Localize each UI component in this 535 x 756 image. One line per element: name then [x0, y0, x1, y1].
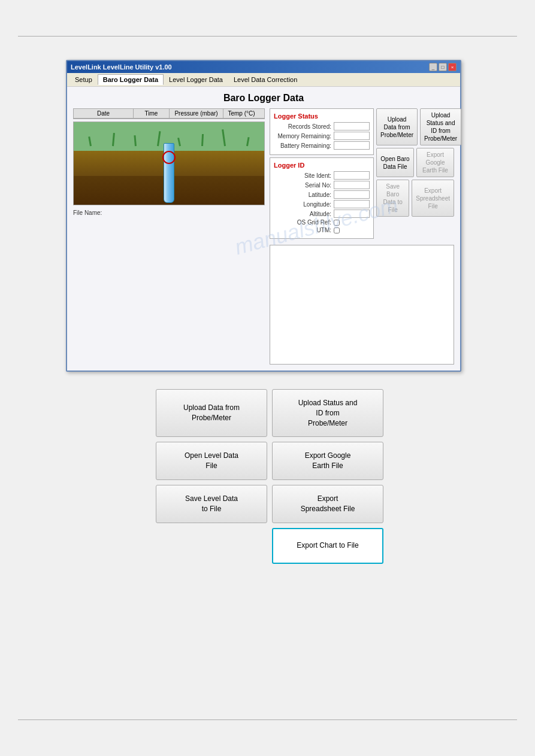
large-upload-data-button[interactable]: Upload Data fromProbe/Meter — [156, 389, 267, 437]
data-table: Date Time Pressure (mbar) Temp (°C) — [73, 108, 265, 119]
latitude-label: Latitude: — [274, 192, 334, 198]
battery-value — [334, 141, 370, 150]
id-row-serial: Serial No: — [274, 181, 370, 189]
memory-value — [334, 132, 370, 140]
status-row-battery: Battery Remaining: — [274, 141, 370, 150]
action-buttons: Upload Data from Probe/Meter Upload Stat… — [376, 108, 454, 239]
large-export-chart-button[interactable]: Export Chart to File — [272, 528, 383, 564]
large-buttons-section: Upload Data fromProbe/Meter Upload Statu… — [156, 389, 383, 564]
status-row-memory: Memory Remaining: — [274, 132, 370, 140]
bottom-rule — [18, 719, 517, 720]
title-bar-buttons: _ □ × — [429, 63, 457, 71]
col-header-temp: Temp (°C) — [223, 109, 259, 118]
large-btn-grid-row1: Upload Data fromProbe/Meter Upload Statu… — [156, 389, 383, 437]
serial-value — [334, 181, 370, 189]
checkbox-osgrid: OS Grid Ref: — [274, 219, 370, 226]
large-save-level-button[interactable]: Save Level Datato File — [156, 485, 267, 523]
utm-label: UTM: — [274, 227, 334, 233]
id-row-latitude: Latitude: — [274, 190, 370, 199]
menu-level-correction[interactable]: Level Data Correction — [228, 74, 303, 85]
title-bar: LevelLink LevelLine Utility v1.00 _ □ × — [67, 61, 460, 73]
menu-setup[interactable]: Setup — [69, 74, 98, 85]
minimize-button[interactable]: _ — [429, 63, 437, 71]
large-btn-grid-row2: Open Level DataFile Export GoogleEarth F… — [156, 442, 383, 480]
id-row-longitude: Longitude: — [274, 200, 370, 208]
open-baro-button[interactable]: Open Baro Data File — [376, 148, 414, 177]
file-name-label: File Name: — [73, 210, 102, 216]
btn-row-1: Upload Data from Probe/Meter Upload Stat… — [376, 108, 454, 145]
longitude-label: Longitude: — [274, 201, 334, 208]
col-header-time: Time — [134, 109, 170, 118]
export-google-button[interactable]: Export Google Earth File — [416, 148, 454, 177]
checkbox-utm: UTM: — [274, 227, 370, 233]
window-title: LevelLink LevelLine Utility v1.00 — [71, 63, 172, 71]
table-header: Date Time Pressure (mbar) Temp (°C) — [74, 109, 264, 119]
col-header-pressure: Pressure (mbar) — [170, 109, 223, 118]
memory-label: Memory Remaining: — [274, 133, 334, 139]
right-panel: Logger Status Records Stored: Memory Rem… — [270, 108, 454, 365]
col-header-date: Date — [74, 109, 134, 118]
large-open-level-button[interactable]: Open Level DataFile — [156, 442, 267, 480]
longitude-value — [334, 200, 370, 208]
osgrid-checkbox[interactable] — [334, 220, 340, 226]
logger-id-panel: Logger ID Site Ident: Serial No: Latitud… — [270, 157, 374, 239]
data-display-area — [270, 245, 454, 365]
large-btn-row4: Export Chart to File — [156, 528, 383, 564]
records-value — [334, 122, 370, 130]
status-row-records: Records Stored: — [274, 122, 370, 130]
upload-data-button[interactable]: Upload Data from Probe/Meter — [376, 108, 418, 145]
osgrid-label: OS Grid Ref: — [274, 219, 334, 226]
left-panel: Date Time Pressure (mbar) Temp (°C) — [73, 108, 265, 365]
records-label: Records Stored: — [274, 123, 334, 130]
logger-status-title: Logger Status — [274, 113, 370, 120]
application-window: LevelLink LevelLine Utility v1.00 _ □ × … — [66, 60, 461, 372]
btn-row-3: Save Baro Data to File Export Spreadshee… — [376, 180, 454, 217]
probe-circle — [162, 151, 176, 164]
btn-row-2: Open Baro Data File Export Google Earth … — [376, 148, 454, 177]
probe-image — [73, 122, 265, 205]
large-export-spreadsheet-button[interactable]: ExportSpreadsheet File — [272, 485, 383, 523]
menu-bar: Setup Baro Logger Data Level Logger Data… — [67, 73, 460, 87]
latitude-value — [334, 190, 370, 199]
right-top: Logger Status Records Stored: Memory Rem… — [270, 108, 454, 239]
site-label: Site Ident: — [274, 172, 334, 179]
battery-label: Battery Remaining: — [274, 142, 334, 149]
id-row-site: Site Ident: — [274, 171, 370, 180]
page-title: Baro Logger Data — [73, 93, 454, 104]
top-rule — [18, 36, 517, 37]
serial-label: Serial No: — [274, 182, 334, 189]
id-row-altitude: Altitude: — [274, 210, 370, 218]
large-upload-status-button[interactable]: Upload Status andID fromProbe/Meter — [272, 389, 383, 437]
upload-status-button[interactable]: Upload Status and ID from Probe/Meter — [420, 108, 461, 145]
logger-id-title: Logger ID — [274, 162, 370, 169]
menu-baro-logger[interactable]: Baro Logger Data — [98, 74, 164, 85]
altitude-label: Altitude: — [274, 211, 334, 217]
main-layout: Date Time Pressure (mbar) Temp (°C) — [73, 108, 454, 365]
site-value — [334, 171, 370, 180]
utm-checkbox[interactable] — [334, 227, 340, 233]
save-baro-button[interactable]: Save Baro Data to File — [376, 180, 409, 217]
close-button[interactable]: × — [448, 63, 457, 71]
large-btn-grid-row3: Save Level Datato File ExportSpreadsheet… — [156, 485, 383, 523]
large-export-google-button[interactable]: Export GoogleEarth File — [272, 442, 383, 480]
content-area: Baro Logger Data Date Time Pressure (mba… — [67, 87, 460, 371]
menu-level-logger[interactable]: Level Logger Data — [164, 74, 228, 85]
logger-status-panel: Logger Status Records Stored: Memory Rem… — [270, 108, 374, 155]
altitude-value — [334, 210, 370, 218]
export-spreadsheet-button[interactable]: Export Spreadsheet File — [412, 180, 454, 217]
file-name-row: File Name: — [73, 210, 265, 216]
status-id-panel: Logger Status Records Stored: Memory Rem… — [270, 108, 374, 239]
maximize-button[interactable]: □ — [439, 63, 447, 71]
